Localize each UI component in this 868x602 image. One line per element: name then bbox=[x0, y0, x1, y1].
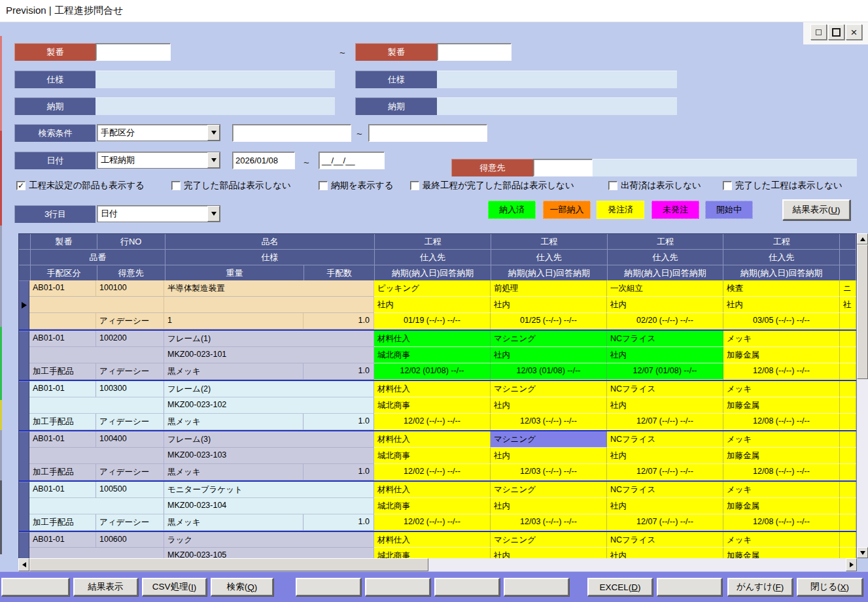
process-dates-cell[interactable]: 12/08 (--/--) --/-- bbox=[723, 514, 840, 531]
cell-hinmei[interactable]: 半導体製造装置 bbox=[164, 280, 374, 297]
process-dates-cell[interactable]: 12/03 (01/08) --/-- bbox=[491, 363, 607, 380]
scroll-right-button[interactable] bbox=[846, 558, 857, 571]
cell-seiban[interactable]: AB01-01 bbox=[29, 331, 96, 347]
process-supplier-cell[interactable]: 社内 bbox=[491, 397, 607, 414]
process-name-cell[interactable]: 一次組立 bbox=[607, 280, 723, 297]
process-name-cell[interactable]: 材料仕入 bbox=[374, 431, 491, 448]
process-supplier-cell[interactable]: 城北商事 bbox=[374, 347, 491, 363]
process-supplier-cell[interactable]: 城北商事 bbox=[374, 548, 491, 558]
cell-blank[interactable] bbox=[29, 347, 164, 363]
process-supplier-cell[interactable]: 社内 bbox=[607, 397, 723, 414]
process-dates-cell[interactable]: 12/02 (--/--) --/-- bbox=[374, 414, 491, 430]
process-dates-cell[interactable]: 12/07 (01/08) --/-- bbox=[607, 363, 723, 380]
cell-hinmei[interactable]: ラック bbox=[164, 532, 374, 548]
checkbox-unchecked-icon[interactable] bbox=[171, 181, 181, 190]
cell-tokuisaki[interactable]: アィデーシー bbox=[96, 514, 164, 531]
process-supplier-cell[interactable]: 社内 bbox=[491, 448, 607, 464]
customer-code-input[interactable] bbox=[533, 159, 593, 176]
cell-tokuisaki[interactable]: アィデーシー bbox=[96, 313, 164, 329]
process-supplier-cell[interactable]: 社内 bbox=[607, 548, 723, 558]
process-name-cell[interactable]: NCフライス bbox=[607, 431, 723, 448]
checkbox-4[interactable]: 出荷済は表示しない bbox=[608, 180, 701, 191]
scroll-left-button[interactable] bbox=[18, 558, 29, 571]
process-supplier-cell[interactable]: 社内 bbox=[491, 347, 607, 363]
third-line-dropdown-button[interactable] bbox=[207, 206, 220, 222]
process-supplier-cell[interactable]: 加藤金属 bbox=[723, 347, 840, 363]
process-supplier-cell[interactable]: 城北商事 bbox=[374, 498, 491, 514]
process-name-cell[interactable]: NCフライス bbox=[607, 381, 723, 397]
process-name-cell[interactable]: NCフライス bbox=[607, 532, 723, 548]
cell-juryo[interactable]: 黒メッキ bbox=[164, 514, 304, 531]
process-name-cell-clipped[interactable] bbox=[840, 532, 856, 548]
scroll-down-button[interactable] bbox=[857, 547, 868, 558]
process-dates-cell[interactable]: 12/02 (01/08) --/-- bbox=[374, 363, 491, 380]
process-name-cell[interactable]: 材料仕入 bbox=[374, 482, 491, 498]
cell-hinmei[interactable]: フレーム(2) bbox=[164, 381, 374, 397]
cell-hinban[interactable] bbox=[164, 297, 374, 313]
process-dates-cell-clipped[interactable] bbox=[840, 514, 856, 531]
row-selector-gutter[interactable] bbox=[19, 431, 29, 480]
cell-gyono[interactable]: 100300 bbox=[96, 381, 164, 397]
search-button[interactable]: 検索(Q) bbox=[211, 578, 273, 596]
process-name-cell[interactable]: 前処理 bbox=[491, 280, 607, 297]
horizontal-scrollbar[interactable] bbox=[18, 558, 857, 571]
checkbox-unchecked-icon[interactable] bbox=[319, 181, 328, 190]
csv-process-button[interactable]: CSV処理(I) bbox=[142, 578, 207, 596]
cell-blank[interactable] bbox=[29, 548, 164, 558]
process-dates-cell[interactable]: 01/25 (--/--) --/-- bbox=[491, 313, 607, 329]
process-name-cell-clipped[interactable] bbox=[840, 331, 856, 347]
process-name-cell[interactable]: メッキ bbox=[723, 331, 840, 347]
cell-tehaisu[interactable]: 1.0 bbox=[304, 464, 374, 480]
maximize-button[interactable] bbox=[828, 24, 844, 40]
search-condition-select[interactable]: 手配区分 bbox=[97, 124, 220, 141]
process-name-cell[interactable]: マシニング bbox=[491, 331, 607, 347]
cell-juryo[interactable]: 1 bbox=[164, 313, 304, 329]
cell-tehaisu[interactable]: 1.0 bbox=[304, 514, 374, 531]
process-dates-cell[interactable]: 12/07 (--/--) --/-- bbox=[607, 414, 723, 430]
cell-tokuisaki[interactable]: アィデーシー bbox=[96, 464, 164, 480]
process-dates-cell[interactable]: 02/20 (--/--) --/-- bbox=[607, 313, 723, 329]
checkbox-5[interactable]: 完了した工程は表示しない bbox=[723, 180, 842, 191]
horizontal-scroll-thumb[interactable] bbox=[29, 558, 428, 571]
condition-from-input[interactable] bbox=[232, 124, 351, 142]
checkbox-label[interactable]: 出荷済は表示しない bbox=[621, 180, 701, 192]
process-dates-cell[interactable]: 12/02 (--/--) --/-- bbox=[374, 464, 491, 480]
process-supplier-cell[interactable]: 社内 bbox=[374, 297, 491, 313]
results-display-button[interactable]: 結果表示 bbox=[73, 578, 138, 596]
process-dates-cell[interactable]: 12/07 (--/--) --/-- bbox=[607, 464, 723, 480]
cell-tehai-kubun[interactable]: 加工手配品 bbox=[29, 514, 96, 531]
third-line-select[interactable]: 日付 bbox=[97, 205, 220, 222]
cell-tehai-kubun[interactable]: 加工手配品 bbox=[29, 414, 96, 430]
cell-gyono[interactable]: 100600 bbox=[96, 532, 164, 548]
process-dates-cell[interactable]: 12/03 (--/--) --/-- bbox=[491, 514, 607, 531]
checkbox-label[interactable]: 最終工程が完了した部品は表示しない bbox=[423, 180, 574, 192]
process-name-cell[interactable]: NCフライス bbox=[607, 331, 723, 347]
process-name-cell[interactable]: メッキ bbox=[723, 532, 840, 548]
row-selector-gutter[interactable] bbox=[19, 381, 29, 430]
process-supplier-cell[interactable]: 加藤金属 bbox=[723, 448, 840, 464]
process-supplier-cell[interactable]: 加藤金属 bbox=[723, 548, 840, 558]
checkbox-label[interactable]: 完了した部品は表示しない bbox=[184, 180, 291, 192]
process-supplier-cell[interactable]: 社内 bbox=[723, 297, 840, 313]
date-type-dropdown-button[interactable] bbox=[207, 152, 220, 168]
process-supplier-cell[interactable]: 社内 bbox=[607, 448, 723, 464]
cell-tokuisaki[interactable]: アィデーシー bbox=[96, 414, 164, 430]
checkbox-label[interactable]: 工程未設定の部品も表示する bbox=[29, 180, 145, 192]
cell-hinban[interactable]: MKZ00-023-102 bbox=[164, 397, 374, 414]
process-name-cell[interactable]: マシニング bbox=[491, 482, 607, 498]
process-dates-cell-clipped[interactable] bbox=[840, 464, 856, 480]
checkbox-label[interactable]: 完了した工程は表示しない bbox=[735, 180, 842, 192]
process-dates-cell[interactable]: 12/02 (--/--) --/-- bbox=[374, 514, 491, 531]
checkbox-checked-icon[interactable]: ✓ bbox=[16, 181, 26, 190]
close-button[interactable]: × bbox=[846, 24, 862, 40]
process-name-cell[interactable]: メッキ bbox=[723, 431, 840, 448]
process-supplier-cell[interactable]: 社内 bbox=[607, 297, 723, 313]
cell-tehai-kubun[interactable]: 加工手配品 bbox=[29, 464, 96, 480]
process-name-cell[interactable]: 材料仕入 bbox=[374, 532, 491, 548]
cell-juryo[interactable]: 黒メッキ bbox=[164, 414, 304, 430]
cell-hinmei[interactable]: フレーム(1) bbox=[164, 331, 374, 347]
cell-tehaisu[interactable]: 1.0 bbox=[304, 313, 374, 329]
process-dates-cell[interactable]: 12/03 (--/--) --/-- bbox=[491, 464, 607, 480]
vertical-scrollbar[interactable] bbox=[857, 233, 868, 558]
process-supplier-cell-clipped[interactable] bbox=[840, 448, 856, 464]
